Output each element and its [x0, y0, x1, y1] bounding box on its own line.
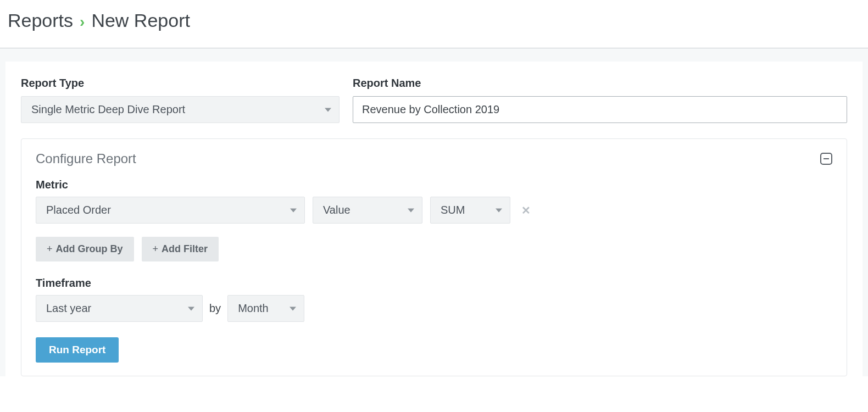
configure-header: Configure Report — [36, 151, 832, 166]
metric-name-select[interactable]: Placed Order — [36, 197, 305, 224]
metric-name-value: Placed Order — [46, 204, 111, 216]
caret-down-icon — [188, 307, 194, 310]
configure-report-section: Configure Report Metric Placed Order Val… — [21, 138, 847, 376]
metric-aggregation-select[interactable]: SUM — [430, 197, 510, 224]
timeframe-row: Last year by Month — [36, 295, 832, 322]
run-report-label: Run Report — [49, 344, 105, 355]
timeframe-grain-select[interactable]: Month — [227, 295, 304, 322]
collapse-button[interactable] — [820, 153, 832, 165]
report-type-select[interactable]: Single Metric Deep Dive Report — [21, 96, 340, 123]
caret-down-icon — [496, 208, 502, 212]
timeframe-by-text: by — [209, 302, 221, 315]
caret-down-icon — [290, 307, 296, 310]
report-name-col: Report Name — [353, 77, 847, 123]
report-meta-row: Report Type Single Metric Deep Dive Repo… — [21, 77, 847, 123]
metric-label: Metric — [36, 179, 832, 191]
timeframe-label: Timeframe — [36, 277, 832, 289]
caret-down-icon — [290, 208, 297, 212]
timeframe-range-select[interactable]: Last year — [36, 295, 203, 322]
metric-attribute-select[interactable]: Value — [313, 197, 422, 224]
add-group-by-label: Add Group By — [56, 243, 123, 255]
add-filter-button[interactable]: + Add Filter — [142, 237, 219, 261]
add-group-by-button[interactable]: + Add Group By — [36, 237, 134, 261]
timeframe-grain-value: Month — [238, 302, 269, 315]
timeframe-range-value: Last year — [46, 302, 91, 315]
run-report-button[interactable]: Run Report — [36, 337, 119, 363]
chevron-right-icon: › — [80, 13, 85, 31]
add-filter-label: Add Filter — [162, 243, 208, 255]
report-type-label: Report Type — [21, 77, 340, 90]
report-builder-card: Report Type Single Metric Deep Dive Repo… — [5, 62, 863, 376]
breadcrumb-current: New Report — [91, 10, 190, 31]
metric-row: Placed Order Value SUM ✕ — [36, 197, 832, 224]
breadcrumb: Reports › New Report — [8, 10, 860, 31]
report-type-value: Single Metric Deep Dive Report — [31, 103, 185, 116]
minus-icon — [824, 158, 829, 159]
report-name-label: Report Name — [353, 77, 847, 90]
metric-aggregation-value: SUM — [441, 204, 465, 216]
report-type-col: Report Type Single Metric Deep Dive Repo… — [21, 77, 340, 123]
caret-down-icon — [408, 208, 414, 212]
plus-icon: + — [153, 243, 159, 255]
report-name-input[interactable] — [353, 96, 847, 123]
add-buttons-row: + Add Group By + Add Filter — [36, 237, 832, 261]
caret-down-icon — [325, 108, 331, 112]
metric-attribute-value: Value — [323, 204, 350, 216]
configure-title: Configure Report — [36, 151, 136, 166]
plus-icon: + — [47, 243, 53, 255]
clear-metric-button[interactable]: ✕ — [518, 204, 534, 217]
page-body: Report Type Single Metric Deep Dive Repo… — [0, 48, 868, 376]
breadcrumb-root[interactable]: Reports — [8, 10, 73, 31]
page-header: Reports › New Report — [0, 0, 868, 48]
